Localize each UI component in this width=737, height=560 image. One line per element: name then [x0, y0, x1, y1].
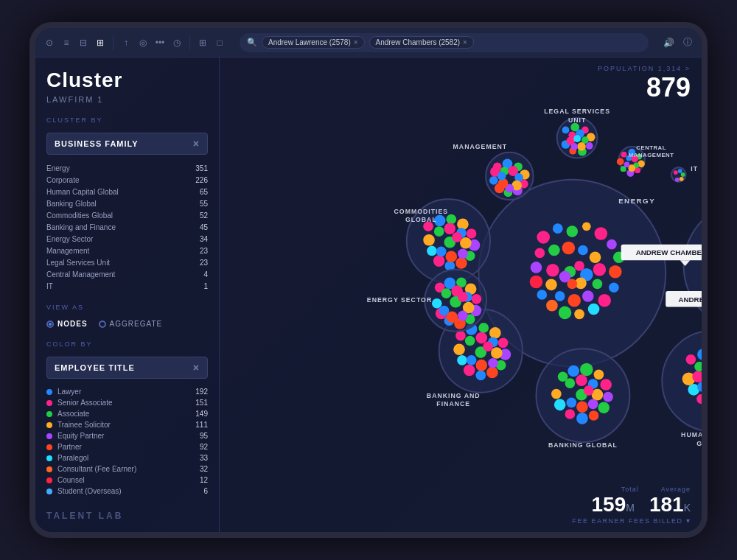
cluster-item[interactable]: Energy Sector34	[46, 234, 208, 244]
central-label-1: CENTRAL	[636, 144, 666, 151]
cluster-by-selector[interactable]: BUSINESS FAMILY ×	[46, 133, 208, 155]
commodities-label-2: GLOBAL	[405, 216, 437, 223]
filter-icon[interactable]: ⊟	[77, 36, 90, 49]
cluster-item[interactable]: Management23	[46, 246, 208, 256]
banking-finance-label-1: BANKING AND	[427, 392, 481, 399]
total-value: 159	[592, 493, 626, 516]
svg-point-212	[674, 170, 678, 175]
svg-point-206	[617, 158, 624, 166]
cluster-item[interactable]: Legal Services Unit23	[46, 258, 208, 267]
list-icon[interactable]: ≡	[60, 36, 73, 49]
grid-icon[interactable]: ⊞	[94, 36, 107, 49]
search-bar[interactable]: 🔍 Andrew Lawrence (2578) × Andrew Chambe…	[240, 33, 649, 52]
svg-point-86	[580, 363, 593, 377]
banking-finance-label-2: FINANCE	[436, 400, 470, 407]
svg-point-10	[588, 304, 600, 315]
svg-point-92	[576, 413, 588, 424]
visualization-area[interactable]: POPULATION 1,314 > 879	[220, 57, 702, 532]
clock-icon[interactable]: ◷	[170, 36, 184, 49]
globe-icon[interactable]: ◎	[136, 36, 150, 49]
stats-numbers: 159M 181K	[572, 493, 691, 517]
color-by-selector[interactable]: EMPLOYEE TITLE ×	[46, 357, 208, 379]
legend-dot-associate	[46, 411, 52, 417]
svg-point-91	[589, 410, 599, 421]
svg-point-117	[434, 226, 444, 237]
cluster-item[interactable]: Corporate226	[46, 175, 208, 185]
svg-point-211	[624, 161, 630, 167]
search-tag-2-label: Andrew Chambers (2582)	[376, 38, 461, 46]
color-by-close[interactable]: ×	[193, 362, 200, 374]
radio-aggregate[interactable]: AGGREGATE	[99, 320, 163, 328]
legend-dot-equity	[46, 433, 52, 439]
average-stat: 181K	[649, 493, 691, 517]
svg-point-90	[598, 402, 609, 413]
search-tag-2[interactable]: Andrew Chambers (2582) ×	[369, 36, 474, 49]
svg-point-214	[681, 172, 685, 177]
svg-point-123	[436, 247, 447, 257]
svg-point-16	[531, 262, 542, 273]
app-title: Cluster	[46, 69, 208, 92]
volume-icon[interactable]: 🔊	[662, 36, 675, 49]
legend-dot-partner	[46, 444, 52, 450]
search-tag-2-close[interactable]: ×	[463, 38, 467, 46]
cluster-by-label: CLUSTER BY	[46, 116, 208, 124]
legend-dot-senior	[46, 400, 52, 406]
total-stat: 159M	[592, 493, 635, 517]
cluster-by-close[interactable]: ×	[193, 138, 200, 150]
more-icon[interactable]: •••	[153, 36, 167, 49]
cluster-item[interactable]: Commodities Global52	[46, 211, 208, 220]
app-container: ⊙ ≡ ⊟ ⊞ ↑ ◎ ••• ◷ ⊞ □ 🔍 Andrew Lawrence …	[35, 28, 702, 532]
svg-point-7	[609, 265, 622, 279]
search-tag-1-close[interactable]: ×	[354, 38, 358, 46]
cluster-item[interactable]: Banking and Finance45	[46, 223, 208, 232]
svg-point-164	[439, 306, 450, 316]
svg-point-12	[559, 307, 572, 320]
legend-item: Partner 92	[46, 443, 208, 451]
branding: TALENT LAB	[46, 511, 208, 521]
human-capital-label-1: HUMAN CAPITAL	[681, 431, 702, 438]
cluster-by-value: BUSINESS FAMILY	[55, 139, 139, 148]
cluster-item[interactable]: IT1	[46, 281, 208, 291]
svg-point-203	[635, 167, 640, 173]
banking-global-label: BANKING GLOBAL	[548, 441, 618, 449]
average-label: Average	[661, 486, 691, 493]
central-label-2: MANAGEMENT	[629, 152, 674, 158]
layout-icon[interactable]: ⊞	[196, 36, 209, 49]
svg-point-143	[475, 360, 487, 371]
color-by-value: EMPLOYEE TITLE	[55, 363, 135, 372]
svg-point-20	[578, 245, 588, 256]
view-as-options: NODES AGGREGATE	[46, 320, 208, 328]
cluster-item[interactable]: Banking Global55	[46, 199, 208, 209]
stats-labels: Total Average	[572, 486, 691, 493]
svg-point-125	[452, 232, 462, 242]
cluster-item[interactable]: Energy351	[46, 164, 208, 173]
svg-point-128	[478, 323, 489, 333]
svg-point-88	[600, 379, 612, 391]
cluster-item[interactable]: Central Management4	[46, 270, 208, 279]
svg-point-188	[586, 142, 593, 150]
legend-item: Lawyer 192	[46, 388, 208, 396]
svg-point-199	[621, 152, 627, 158]
cluster-item[interactable]: Human Capital Global65	[46, 187, 208, 197]
svg-point-34	[559, 271, 571, 283]
svg-point-130	[498, 338, 509, 349]
upload-icon[interactable]: ↑	[119, 36, 133, 49]
svg-point-144	[467, 355, 477, 365]
save-icon[interactable]: □	[213, 36, 226, 49]
search-icon: 🔍	[247, 38, 257, 47]
svg-point-22	[593, 263, 607, 276]
stats-footer[interactable]: FEE EARNER FEES BILLED ▾	[572, 517, 691, 525]
viz-svg: ENERGY CORPORATE HUMAN CAPITAL GLOBAL BA…	[220, 57, 702, 532]
info-icon[interactable]: ⓘ	[681, 36, 694, 49]
chevron-down-icon[interactable]: ▾	[686, 517, 691, 525]
toolbar: ⊙ ≡ ⊟ ⊞ ↑ ◎ ••• ◷ ⊞ □ 🔍 Andrew Lawrence …	[35, 28, 702, 57]
corporate-cluster-bg[interactable]	[684, 201, 702, 331]
home-icon[interactable]: ⊙	[43, 36, 56, 49]
svg-point-13	[546, 300, 558, 312]
radio-nodes[interactable]: NODES	[46, 320, 88, 328]
energy-label: ENERGY	[618, 197, 655, 205]
svg-point-126	[455, 331, 466, 341]
svg-point-134	[475, 370, 486, 380]
svg-point-9	[598, 294, 611, 307]
search-tag-1[interactable]: Andrew Lawrence (2578) ×	[262, 36, 365, 49]
